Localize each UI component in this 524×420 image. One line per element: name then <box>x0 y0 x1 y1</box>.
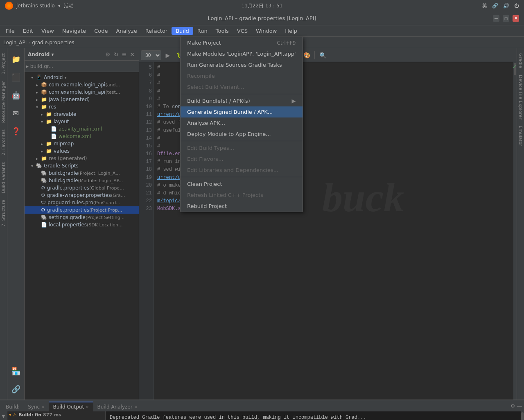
analyze-apk-label: Analyze APK... <box>187 120 225 126</box>
edit-libraries-label: Edit Libraries and Dependencies... <box>187 167 278 173</box>
dropdown-sep1 <box>181 94 303 94</box>
select-build-variant-label: Select Build Variant... <box>187 84 244 90</box>
make-modules-label: Make Modules 'LoginAPI', 'Login_API.app' <box>187 51 296 57</box>
menu-make-modules[interactable]: Make Modules 'LoginAPI', 'Login_API.app' <box>181 48 303 59</box>
menu-rebuild-project[interactable]: Rebuild Project <box>181 201 303 212</box>
dropdown-sep3 <box>181 177 303 177</box>
menu-recompile: Recompile <box>181 70 303 81</box>
refresh-cpp-label: Refresh Linked C++ Projects <box>187 192 263 198</box>
build-bundle-apk-label: Build Bundle(s) / APK(s) <box>187 98 250 104</box>
menu-refresh-cpp: Refresh Linked C++ Projects <box>181 190 303 201</box>
edit-flavors-label: Edit Flavors... <box>187 156 224 162</box>
menu-edit-flavors: Edit Flavors... <box>181 154 303 165</box>
deploy-module-label: Deploy Module to App Engine... <box>187 131 271 137</box>
dropdown-sep2 <box>181 141 303 141</box>
menu-edit-build-types: Edit Build Types... <box>181 142 303 154</box>
make-project-label: Make Project <box>187 40 221 46</box>
build-dropdown-menu: Make Project Ctrl+F9 Make Modules 'Login… <box>180 37 303 212</box>
make-project-shortcut: Ctrl+F9 <box>277 40 296 46</box>
menu-make-project[interactable]: Make Project Ctrl+F9 <box>181 37 303 48</box>
build-bundle-arrow: ▶ <box>292 98 296 104</box>
menu-deploy-module[interactable]: Deploy Module to App Engine... <box>181 129 303 140</box>
run-gen-sources-label: Run Generate Sources Gradle Tasks <box>187 62 282 68</box>
generate-signed-label: Generate Signed Bundle / APK... <box>187 109 273 115</box>
menu-analyze-apk[interactable]: Analyze APK... <box>181 117 303 129</box>
edit-build-types-label: Edit Build Types... <box>187 145 234 151</box>
clean-project-label: Clean Project <box>187 181 222 187</box>
menu-clean-project[interactable]: Clean Project <box>181 178 303 190</box>
menu-select-build-variant: Select Build Variant... <box>181 81 303 93</box>
menu-generate-signed[interactable]: Generate Signed Bundle / APK... <box>181 106 303 117</box>
menu-build-bundle-apk[interactable]: Build Bundle(s) / APK(s) ▶ <box>181 95 303 106</box>
menu-edit-libraries: Edit Libraries and Dependencies... <box>181 165 303 176</box>
menu-run-gen-sources[interactable]: Run Generate Sources Gradle Tasks <box>181 59 303 70</box>
recompile-label: Recompile <box>187 73 215 79</box>
rebuild-project-label: Rebuild Project <box>187 203 227 209</box>
